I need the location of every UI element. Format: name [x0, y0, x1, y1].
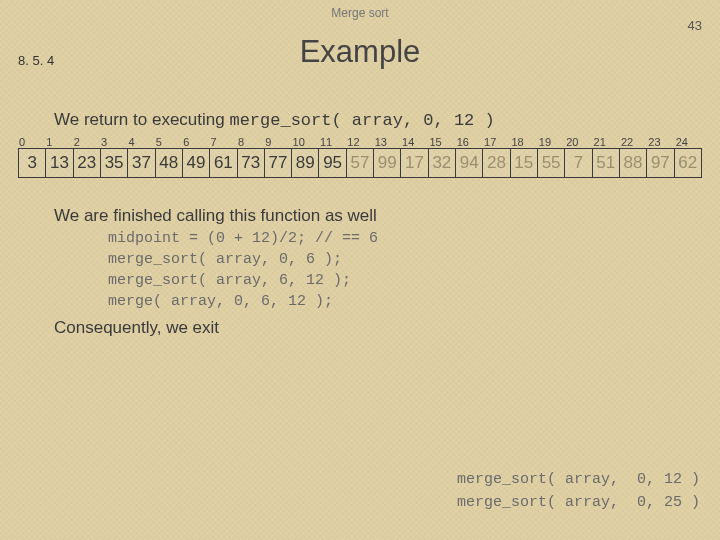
array-index: 18 [510, 136, 537, 148]
array-cell: 48 [155, 148, 182, 178]
array-cell: 15 [510, 148, 537, 178]
array-index: 2 [73, 136, 100, 148]
array-index: 21 [593, 136, 620, 148]
array-cell: 61 [209, 148, 236, 178]
array-cell: 17 [400, 148, 427, 178]
array-index: 23 [647, 136, 674, 148]
code-line: merge( array, 0, 6, 12 ); [108, 291, 702, 312]
array-cell: 35 [100, 148, 127, 178]
call-stack-frame: merge_sort( array, 0, 12 ) [457, 469, 700, 492]
array-index: 0 [18, 136, 45, 148]
array-cell: 95 [318, 148, 345, 178]
array-cell: 3 [18, 148, 45, 178]
array-index: 20 [565, 136, 592, 148]
array-index: 3 [100, 136, 127, 148]
intro-code: merge_sort( array, 0, 12 ) [229, 111, 494, 130]
array-cell: 62 [674, 148, 702, 178]
array-cell: 49 [182, 148, 209, 178]
array-display: 0123456789101112131415161718192021222324… [18, 136, 702, 178]
code-block: midpoint = (0 + 12)/2; // == 6merge_sort… [108, 228, 702, 312]
code-line: merge_sort( array, 6, 12 ); [108, 270, 702, 291]
array-index: 17 [483, 136, 510, 148]
array-index: 11 [319, 136, 346, 148]
array-index: 16 [456, 136, 483, 148]
slide-body: We return to executing merge_sort( array… [0, 110, 720, 338]
intro-line: We return to executing merge_sort( array… [54, 110, 702, 130]
array-cell: 13 [45, 148, 72, 178]
slide-title: Example [0, 34, 720, 70]
array-index: 24 [675, 136, 702, 148]
array-cell: 73 [237, 148, 264, 178]
array-cell: 7 [564, 148, 591, 178]
code-line: midpoint = (0 + 12)/2; // == 6 [108, 228, 702, 249]
array-index: 19 [538, 136, 565, 148]
intro-prefix: We return to executing [54, 110, 229, 129]
array-index: 4 [127, 136, 154, 148]
array-cell: 51 [592, 148, 619, 178]
array-cell: 97 [646, 148, 673, 178]
array-index: 7 [210, 136, 237, 148]
array-cell: 37 [127, 148, 154, 178]
array-index: 14 [401, 136, 428, 148]
array-index: 6 [182, 136, 209, 148]
code-line: merge_sort( array, 0, 6 ); [108, 249, 702, 270]
array-index: 8 [237, 136, 264, 148]
array-cell: 55 [537, 148, 564, 178]
note-exit: Consequently, we exit [54, 318, 702, 338]
array-index: 22 [620, 136, 647, 148]
array-cell: 28 [482, 148, 509, 178]
array-cell: 77 [264, 148, 291, 178]
slide: Merge sort 43 8. 5. 4 Example We return … [0, 0, 720, 540]
array-index: 1 [45, 136, 72, 148]
array-index: 9 [264, 136, 291, 148]
array-index: 12 [346, 136, 373, 148]
array-cell: 23 [73, 148, 100, 178]
array-cell: 99 [373, 148, 400, 178]
array-cell-row: 3132335374849617377899557991732942815557… [18, 148, 702, 178]
array-cell: 32 [428, 148, 455, 178]
note-finished: We are finished calling this function as… [54, 206, 702, 226]
array-index-row: 0123456789101112131415161718192021222324 [18, 136, 702, 148]
array-index: 15 [428, 136, 455, 148]
array-cell: 88 [619, 148, 646, 178]
array-cell: 57 [346, 148, 373, 178]
section-number: 8. 5. 4 [18, 53, 54, 68]
array-cell: 94 [455, 148, 482, 178]
array-cell: 89 [291, 148, 318, 178]
page-number: 43 [688, 18, 702, 33]
array-index: 13 [374, 136, 401, 148]
array-index: 10 [292, 136, 319, 148]
call-stack-frame: merge_sort( array, 0, 25 ) [457, 492, 700, 515]
header-title: Merge sort [0, 0, 720, 20]
call-stack: merge_sort( array, 0, 12 )merge_sort( ar… [457, 469, 700, 514]
array-index: 5 [155, 136, 182, 148]
